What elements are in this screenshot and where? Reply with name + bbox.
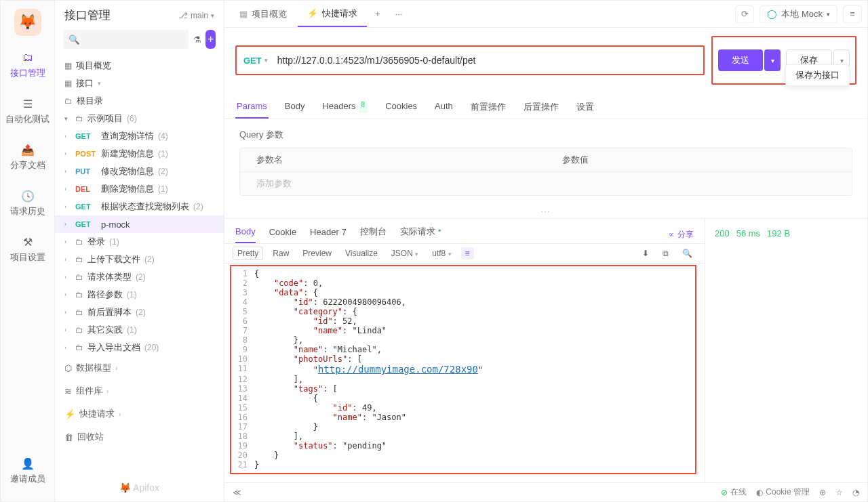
request-url-box: GET ▾ http://127.0.0.1:4523/m1/3656905-0… bbox=[235, 45, 705, 75]
tree-overview[interactable]: ▦ 项目概览 bbox=[55, 57, 224, 75]
online-status[interactable]: ⊘ 在线 bbox=[721, 486, 747, 498]
menu-button[interactable]: ≡ bbox=[843, 5, 862, 23]
code-line: "code": 0, bbox=[254, 278, 323, 288]
line-number: 12 bbox=[234, 375, 254, 384]
share-button[interactable]: ∝ 分享 bbox=[667, 229, 694, 240]
view-pretty[interactable]: Pretty bbox=[233, 247, 263, 260]
folder-count: (1) bbox=[109, 237, 119, 247]
line-number: 1 bbox=[234, 269, 254, 278]
view-visualize[interactable]: Visualize bbox=[341, 247, 382, 259]
endpoint-name: 删除宠物信息 bbox=[101, 183, 154, 195]
url-input[interactable]: http://127.0.0.1:4523/m1/3656905-0-defau… bbox=[277, 55, 696, 66]
add-icon[interactable]: ⊕ bbox=[819, 488, 826, 497]
tree-endpoint[interactable]: › PUT 修改宠物信息 (2) bbox=[55, 163, 224, 180]
subtab-cookies[interactable]: Cookies bbox=[384, 96, 418, 119]
tree-endpoint[interactable]: › DEL 删除宠物信息 (1) bbox=[55, 180, 224, 198]
folder-icon: 🗀 bbox=[75, 255, 83, 264]
pane-divider[interactable]: ··· bbox=[224, 205, 867, 218]
encoding-utf8[interactable]: utf8 ▾ bbox=[428, 247, 455, 259]
branch-selector[interactable]: ⎇ main ▾ bbox=[178, 11, 214, 20]
collapse-button[interactable]: ≪ bbox=[233, 488, 241, 497]
nav-share[interactable]: 📤 分享文档 bbox=[7, 140, 48, 174]
endpoint-count: (1) bbox=[158, 149, 168, 159]
tab-bar: ▦ 项目概览 ⚡ 快捷请求 + ··· ⟳ ◯ 本地 Mock ▾ ≡ bbox=[224, 1, 867, 28]
sidebar: 接口管理 ⎇ main ▾ ⚗ + ▦ 项目概览 ▦ 接口 ▾ 🗀 bbox=[55, 1, 224, 501]
nav-settings[interactable]: ⚒ 项目设置 bbox=[7, 232, 48, 266]
tree-api-root[interactable]: ▦ 接口 ▾ bbox=[55, 75, 224, 92]
filter-icon[interactable]: ⚗ bbox=[193, 30, 201, 48]
search-icon[interactable]: 🔍 bbox=[678, 247, 696, 259]
notification-icon[interactable]: ◔ bbox=[852, 488, 859, 497]
tree-section[interactable]: ⬡ 数据模型 › bbox=[55, 356, 224, 379]
subtab-body[interactable]: Body bbox=[283, 96, 307, 119]
subtab-auth[interactable]: Auth bbox=[433, 96, 454, 119]
tree-folder[interactable]: › 🗀 导入导出文档 (20) bbox=[55, 339, 224, 356]
subtab-settings[interactable]: 设置 bbox=[575, 96, 595, 119]
tree-folder[interactable]: › 🗀 登录 (1) bbox=[55, 233, 224, 251]
tree-section[interactable]: 🗑 回收站 bbox=[55, 425, 224, 448]
add-button[interactable]: + bbox=[205, 30, 216, 49]
add-param-row[interactable]: 添加参数 bbox=[240, 172, 852, 195]
copy-icon[interactable]: ⧉ bbox=[658, 247, 673, 259]
nav-automation[interactable]: ☰ 自动化测试 bbox=[3, 94, 52, 128]
tree-folder[interactable]: › 🗀 请求体类型 (2) bbox=[55, 268, 224, 286]
tree-endpoint[interactable]: › GET 查询宠物详情 (4) bbox=[55, 127, 224, 145]
subtab-params[interactable]: Params bbox=[235, 96, 269, 119]
params-table: 参数名 参数值 添加参数 bbox=[239, 148, 852, 196]
tree-root-folder[interactable]: 🗀 根目录 bbox=[55, 92, 224, 110]
tree-endpoint[interactable]: › GET 根据状态查找宠物列表 (2) bbox=[55, 198, 224, 215]
section-icon: ⬡ bbox=[64, 363, 72, 373]
resp-tab-body[interactable]: Body bbox=[235, 226, 256, 243]
bookmark-icon[interactable]: ☆ bbox=[835, 488, 843, 497]
tab-add[interactable]: + bbox=[368, 9, 387, 19]
resp-tab-header[interactable]: Header 7 bbox=[310, 227, 347, 243]
nav-invite[interactable]: 👤 邀请成员 bbox=[7, 454, 48, 488]
send-button[interactable]: 发送 bbox=[718, 49, 763, 71]
folder-icon: 🗀 bbox=[75, 272, 83, 282]
nav-history[interactable]: 🕓 请求历史 bbox=[7, 186, 48, 220]
tree-folder[interactable]: › 🗀 其它实践 (1) bbox=[55, 321, 224, 339]
send-dropdown[interactable]: ▾ bbox=[764, 49, 781, 71]
chevron-down-icon: ▾ bbox=[264, 57, 268, 64]
section-name: 回收站 bbox=[77, 431, 104, 443]
chevron-down-icon: ▾ bbox=[64, 115, 71, 122]
response-body[interactable]: 1{2 "code": 0,3 "data": {4 "id": 6222004… bbox=[230, 265, 696, 474]
api-root-icon: ▦ bbox=[64, 79, 72, 88]
code-line: "category": { bbox=[254, 307, 357, 316]
line-number: 16 bbox=[234, 413, 254, 422]
tree-section[interactable]: ⚡ 快捷请求 › bbox=[55, 402, 224, 425]
wrap-toggle[interactable]: ≡ bbox=[461, 247, 474, 259]
cookie-manager[interactable]: ◐ Cookie 管理 bbox=[756, 486, 810, 498]
tree-folder[interactable]: › 🗀 上传下载文件 (2) bbox=[55, 251, 224, 268]
view-preview[interactable]: Preview bbox=[298, 247, 336, 259]
download-icon[interactable]: ⬇ bbox=[638, 247, 653, 259]
tree-folder[interactable]: › 🗀 路径参数 (1) bbox=[55, 286, 224, 304]
method-selector[interactable]: GET ▾ bbox=[243, 56, 268, 66]
tree-endpoint[interactable]: › POST 新建宠物信息 (1) bbox=[55, 145, 224, 163]
tree-section[interactable]: ≋ 组件库 › bbox=[55, 379, 224, 402]
code-line: ], bbox=[254, 432, 303, 441]
search-input[interactable] bbox=[63, 30, 189, 49]
resp-tab-console[interactable]: 控制台 bbox=[360, 226, 387, 243]
folder-name: 登录 bbox=[87, 236, 105, 248]
nav-api-management[interactable]: 🗂 接口管理 bbox=[7, 48, 48, 82]
tab-overview[interactable]: ▦ 项目概览 bbox=[230, 1, 296, 27]
subtab-post[interactable]: 后置操作 bbox=[522, 96, 560, 119]
resp-tab-cookie[interactable]: Cookie bbox=[269, 227, 296, 243]
format-json[interactable]: JSON ▾ bbox=[387, 247, 422, 259]
view-raw[interactable]: Raw bbox=[269, 247, 293, 259]
refresh-button[interactable]: ⟳ bbox=[735, 5, 754, 23]
chevron-right-icon: › bbox=[64, 168, 71, 175]
save-as-popup[interactable]: 保存为接口 bbox=[785, 64, 850, 86]
env-status-icon: ◯ bbox=[767, 9, 777, 19]
subtab-headers[interactable]: Headers 8 bbox=[321, 96, 369, 119]
env-selector[interactable]: ◯ 本地 Mock ▾ bbox=[760, 5, 837, 23]
code-line: "http://dummyimage.com/728x90" bbox=[254, 364, 483, 375]
tree-folder[interactable]: › 🗀 前后置脚本 (2) bbox=[55, 304, 224, 321]
subtab-pre[interactable]: 前置操作 bbox=[469, 96, 507, 119]
tree-endpoint[interactable]: › GET p-mock bbox=[55, 215, 224, 233]
tab-more[interactable]: ··· bbox=[389, 9, 410, 19]
tab-quick-request[interactable]: ⚡ 快捷请求 bbox=[298, 1, 367, 27]
resp-tab-actual[interactable]: 实际请求 • bbox=[400, 226, 441, 243]
tree-example-project[interactable]: ▾ 🗀 示例项目 (6) bbox=[55, 110, 224, 127]
